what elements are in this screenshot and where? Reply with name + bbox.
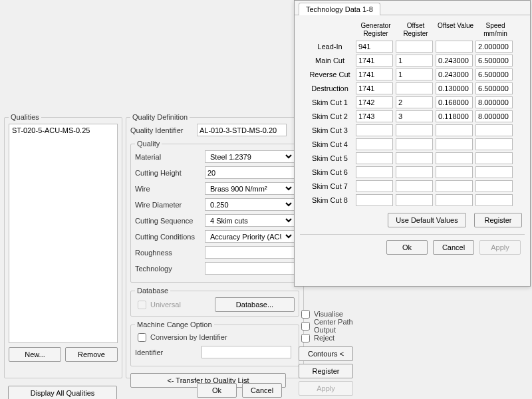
table-row: Skim Cut 5 [300, 152, 525, 164]
new-button[interactable]: New... [9, 347, 61, 362]
row-label: Destruction [300, 84, 356, 92]
tech-cell[interactable] [396, 152, 433, 164]
col-offset-value: Offset Value [436, 22, 475, 41]
material-select[interactable]: Steel 1.2379 [205, 150, 295, 163]
tech-ok-button[interactable]: Ok [386, 240, 428, 255]
tech-cell[interactable] [356, 55, 393, 66]
conversion-by-identifier-checkbox[interactable]: Conversion by Identifier [135, 331, 295, 343]
tech-apply-button: Apply [479, 240, 521, 255]
tech-cell[interactable] [436, 138, 473, 150]
row-label: Skim Cut 3 [300, 126, 356, 134]
col-offset-register: Offset Register [396, 22, 436, 41]
tech-cell[interactable] [475, 166, 513, 178]
wire-diameter-select[interactable]: 0.250 [205, 198, 295, 211]
tech-cell[interactable] [475, 82, 513, 94]
tech-cell[interactable] [396, 110, 433, 122]
contours-button[interactable]: Contours < [299, 346, 353, 361]
remove-button[interactable]: Remove [65, 347, 118, 362]
cutting-sequence-select[interactable]: 4 Skim cuts [205, 214, 295, 227]
tech-cell[interactable] [475, 138, 513, 150]
tech-cell[interactable] [396, 82, 433, 94]
center-path-output-checkbox[interactable]: Center Path Output [299, 320, 358, 332]
tech-cell[interactable] [436, 82, 473, 94]
list-item[interactable]: ST-020-5-ACU-MS-0.25 [11, 126, 116, 135]
tech-cell[interactable] [475, 180, 513, 192]
tech-cell[interactable] [356, 180, 393, 192]
technology-field[interactable] [205, 262, 295, 275]
tech-cell[interactable] [356, 138, 393, 150]
wire-select[interactable]: Brass 900 N/mm² [205, 182, 295, 195]
tech-cell[interactable] [475, 124, 513, 136]
tech-cell[interactable] [356, 82, 393, 94]
tech-cell[interactable] [356, 68, 393, 80]
table-row: Skim Cut 7 [300, 180, 525, 192]
ok-button[interactable]: Ok [197, 383, 237, 398]
cutting-conditions-label: Cutting Conditions [135, 233, 205, 241]
register-button[interactable]: Register [299, 364, 353, 378]
tech-cell[interactable] [356, 41, 393, 53]
tech-cell[interactable] [436, 110, 473, 122]
tech-cell[interactable] [475, 152, 513, 164]
tech-cell[interactable] [356, 110, 393, 122]
wire-label: Wire [135, 185, 205, 193]
technology-data-window: Technology Data 1-8 Generator Register O… [294, 0, 531, 287]
row-label: Lead-In [300, 43, 356, 51]
row-label: Skim Cut 5 [300, 154, 356, 162]
tech-cell[interactable] [436, 96, 473, 108]
tech-cell[interactable] [356, 124, 393, 136]
qualities-title: Qualities [9, 113, 41, 121]
tech-cell[interactable] [396, 68, 433, 80]
cutting-height-field[interactable] [205, 166, 295, 179]
tech-cell[interactable] [436, 41, 473, 53]
tech-cell[interactable] [396, 55, 433, 66]
tech-cell[interactable] [436, 152, 473, 164]
tech-register-button[interactable]: Register [474, 213, 522, 227]
row-label: Skim Cut 6 [300, 168, 356, 176]
tech-cell[interactable] [396, 124, 433, 136]
tech-cell[interactable] [436, 55, 473, 66]
quality-group: Quality Material Steel 1.2379 Cutting He… [130, 140, 299, 283]
table-row: Skim Cut 8 [300, 194, 525, 206]
tech-cell[interactable] [356, 166, 393, 178]
tech-cell[interactable] [475, 194, 513, 206]
tech-cancel-button[interactable]: Cancel [433, 240, 474, 255]
qualities-list[interactable]: ST-020-5-ACU-MS-0.25 [9, 124, 118, 343]
tech-cell[interactable] [396, 166, 433, 178]
tech-cell[interactable] [356, 194, 393, 206]
tech-cell[interactable] [436, 166, 473, 178]
database-button[interactable]: Database... [215, 297, 295, 312]
qualities-panel: Qualities ST-020-5-ACU-MS-0.25 New... Re… [4, 113, 122, 378]
col-speed: Speed mm/min [475, 22, 515, 41]
quality-definition-panel: Quality Definition Quality Identifier Qu… [126, 113, 304, 378]
cutting-conditions-select[interactable]: Accuracy Priority (ACU) [205, 230, 295, 243]
use-default-values-button[interactable]: Use Default Values [388, 213, 466, 227]
tech-cell[interactable] [436, 180, 473, 192]
tech-cell[interactable] [436, 124, 473, 136]
table-row: Skim Cut 6 [300, 166, 525, 178]
options-column: Visualise Center Path Output Reject Cont… [299, 308, 358, 396]
tech-cell[interactable] [396, 180, 433, 192]
table-row: Reverse Cut [300, 68, 525, 80]
cutting-sequence-label: Cutting Sequence [135, 217, 205, 225]
database-group-title: Database [135, 287, 170, 295]
tech-cell[interactable] [396, 138, 433, 150]
display-all-qualities-button[interactable]: Display All Qualities [8, 386, 117, 399]
roughness-field[interactable] [205, 246, 295, 259]
tech-cell[interactable] [356, 96, 393, 108]
tech-cell[interactable] [475, 68, 513, 80]
apply-button: Apply [299, 381, 353, 396]
tech-cell[interactable] [475, 41, 513, 53]
tech-cell[interactable] [356, 152, 393, 164]
tech-cell[interactable] [436, 194, 473, 206]
tech-cell[interactable] [396, 194, 433, 206]
tech-cell[interactable] [475, 96, 513, 108]
tech-cell[interactable] [396, 96, 433, 108]
cancel-button[interactable]: Cancel [242, 383, 282, 398]
tech-cell[interactable] [396, 41, 433, 53]
tech-cell[interactable] [475, 110, 513, 122]
identifier-field[interactable] [201, 346, 291, 358]
tech-cell[interactable] [475, 55, 513, 66]
tab-technology-data[interactable]: Technology Data 1-8 [299, 3, 380, 15]
quality-identifier-field[interactable] [197, 124, 287, 136]
tech-cell[interactable] [436, 68, 473, 80]
